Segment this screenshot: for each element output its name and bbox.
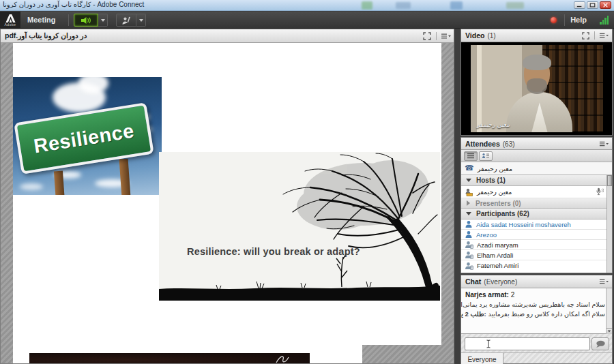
video-pod-title: Video bbox=[465, 31, 484, 40]
send-message-button[interactable] bbox=[591, 337, 609, 350]
attendees-list: ☎ معین رحیمفر Hosts (1) معین رحیمفر bbox=[461, 162, 612, 273]
presenters-label: Presenters (0) bbox=[476, 200, 521, 207]
chat-scope: (Everyone) bbox=[484, 278, 517, 286]
speaker-dropdown-button[interactable] bbox=[98, 14, 108, 27]
chevron-down-icon bbox=[101, 19, 105, 22]
active-speaker-row[interactable]: ☎ معین رحیمفر bbox=[461, 162, 612, 175]
participant-name: Azadi maryam bbox=[477, 241, 518, 249]
raise-hand-dropdown-button[interactable] bbox=[136, 14, 146, 27]
participant-name: Fatemeh Amiri bbox=[477, 262, 518, 269]
attendee-status-view-button[interactable] bbox=[479, 151, 493, 161]
person-beard bbox=[527, 78, 546, 94]
status-view-icon bbox=[482, 153, 490, 159]
chat-pod-header: Chat(Everyone) bbox=[461, 275, 612, 288]
menubar-divider bbox=[68, 14, 69, 26]
chat-message-list: Narjes armat: 2 سلام استاد چه باهطریس شه… bbox=[461, 288, 612, 334]
participant-name: Elham Ardali bbox=[477, 252, 513, 259]
minimize-button[interactable] bbox=[574, 1, 585, 9]
pod-menu-icon[interactable] bbox=[598, 31, 609, 40]
recording-indicator-icon bbox=[551, 17, 557, 23]
speaker-icon bbox=[81, 16, 91, 25]
expand-triangle-icon bbox=[467, 200, 470, 206]
participant-mobile-icon bbox=[465, 262, 473, 270]
speaker-button[interactable] bbox=[74, 14, 98, 27]
video-pod: Video(1) معین رحیمفر bbox=[460, 29, 613, 136]
attendees-pod-title: Attendees bbox=[465, 140, 500, 148]
menu-bar: Adobe Meeting Help bbox=[0, 12, 614, 29]
chat-tab-everyone[interactable]: Everyone bbox=[461, 353, 503, 364]
pod-menu-icon[interactable] bbox=[598, 139, 609, 149]
scroll-down-arrow[interactable] bbox=[606, 328, 612, 334]
participant-row[interactable]: Fatemeh Amiri bbox=[461, 260, 612, 271]
participant-row[interactable]: Arezoo bbox=[461, 230, 612, 240]
chat-pod-title: Chat bbox=[465, 277, 481, 286]
fullscreen-icon[interactable] bbox=[422, 31, 433, 41]
fullscreen-icon[interactable] bbox=[580, 31, 591, 40]
participant-mobile-icon bbox=[465, 241, 473, 249]
chat-message-text: سلام اگه امکان داره کلاس رو ضبط بفرمایید bbox=[488, 310, 605, 318]
participant-row[interactable]: Aida sadat Hosseini moshavereh bbox=[461, 219, 612, 230]
meeting-menu[interactable]: Meeting bbox=[27, 12, 56, 29]
chat-tab-bar: Everyone bbox=[461, 352, 612, 364]
header-divider bbox=[594, 31, 595, 40]
sign-post bbox=[119, 159, 132, 195]
attendee-list-view-button[interactable] bbox=[464, 151, 478, 161]
video-count: (1) bbox=[487, 32, 495, 40]
microphone-icon[interactable] bbox=[596, 187, 604, 197]
raise-hand-icon bbox=[121, 16, 131, 25]
pod-menu-icon[interactable] bbox=[440, 31, 451, 41]
menubar-divider bbox=[564, 14, 565, 26]
sign-board: Resilience bbox=[14, 102, 154, 175]
desktop-blur-blob bbox=[450, 1, 463, 10]
chat-scrollbar[interactable] bbox=[606, 288, 612, 334]
desktop-blur-blob bbox=[362, 1, 372, 10]
host-name: معین رحیمفر bbox=[477, 188, 512, 196]
close-button[interactable] bbox=[600, 1, 611, 9]
raise-hand-button[interactable] bbox=[116, 14, 136, 27]
sign-text: Resilience bbox=[32, 119, 136, 157]
chat-sender-line: Narjes armat: 2 bbox=[465, 291, 605, 299]
host-icon bbox=[465, 188, 473, 196]
person-hair bbox=[523, 55, 552, 70]
video-pod-header: Video(1) bbox=[461, 29, 612, 42]
participant-row[interactable]: Elham Ardali bbox=[461, 250, 612, 260]
share-pod: pdf.در دوران کرونا یتاب آور bbox=[0, 29, 454, 364]
attendees-toolbar bbox=[461, 150, 612, 162]
chat-message-bold-text: :طلب 2 یفاطعه روز bbox=[461, 310, 486, 318]
participants-label: Participants (62) bbox=[476, 210, 529, 217]
window-title: کارگاه تاب آوری در دوران کرونا - Adobe C… bbox=[3, 1, 144, 8]
presenters-section-header[interactable]: Presenters (0) bbox=[461, 198, 612, 209]
active-speaker-name: معین رحیمفر bbox=[478, 165, 512, 172]
header-divider bbox=[436, 32, 437, 40]
webcam-video: معین رحیمفر bbox=[471, 45, 603, 132]
slide-caption: Resilience: will you break or adapt? bbox=[187, 246, 360, 257]
connection-signal-icon[interactable] bbox=[600, 16, 609, 25]
participant-icon bbox=[465, 230, 473, 239]
video-speaker-name: معین رحیمفر bbox=[477, 121, 510, 128]
shared-document-title: pdf.در دوران کرونا یتاب آور bbox=[5, 31, 87, 40]
desktop-blur-blob bbox=[396, 2, 411, 9]
attendees-scrollbar[interactable] bbox=[606, 175, 612, 273]
attendees-pod-header: Attendees(63) bbox=[461, 138, 612, 150]
speech-bubble-icon bbox=[595, 340, 606, 348]
maximize-button[interactable] bbox=[587, 1, 598, 9]
participants-section-header[interactable]: Participants (62) bbox=[461, 209, 612, 219]
host-row[interactable]: معین رحیمفر bbox=[461, 186, 612, 198]
chat-message-line: سلام اگه امکان داره کلاس رو ضبط بفرمایید… bbox=[465, 310, 605, 318]
participant-name: Arezoo bbox=[476, 231, 497, 239]
ibeam-cursor-icon bbox=[486, 339, 491, 348]
help-menu[interactable]: Help bbox=[570, 12, 587, 29]
collapse-triangle-icon bbox=[466, 179, 471, 182]
resilience-sign-image: Resilience bbox=[13, 77, 162, 195]
chat-input[interactable] bbox=[465, 337, 590, 350]
hosts-section-header[interactable]: Hosts (1) bbox=[461, 175, 612, 186]
participant-row[interactable]: Azadi maryam bbox=[461, 240, 612, 250]
collapse-triangle-icon bbox=[466, 212, 471, 215]
chat-input-row bbox=[461, 336, 612, 352]
scrollbar-thumb[interactable] bbox=[607, 175, 612, 186]
participant-name: Aida sadat Hosseini moshavereh bbox=[476, 221, 571, 228]
pod-menu-icon[interactable] bbox=[598, 277, 609, 286]
adobe-logo-icon: Adobe bbox=[0, 12, 20, 29]
chat-message-line: سلام استاد چه باهطریس شه‌یرشته مشاوره یر… bbox=[465, 301, 605, 308]
video-content: معین رحیمفر bbox=[461, 42, 612, 135]
